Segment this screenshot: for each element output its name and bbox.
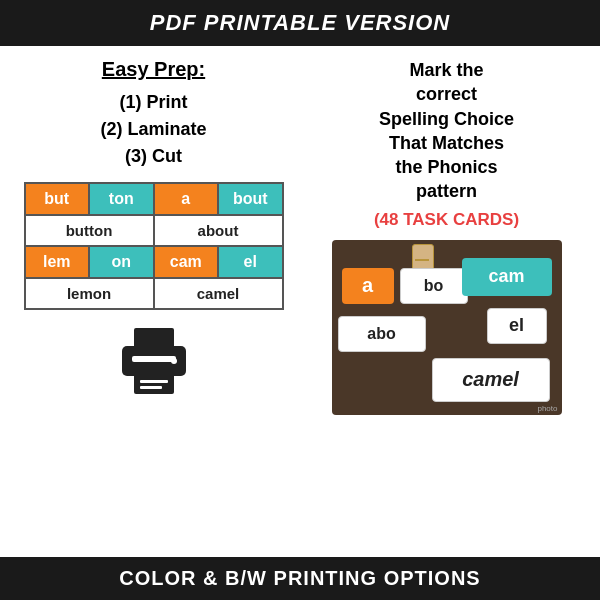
- photo-card-abo: abo: [338, 316, 426, 352]
- cell-on: on: [90, 247, 155, 277]
- page-footer: COLOR & B/W PRINTING OPTIONS: [0, 557, 600, 600]
- grid-row-1: but ton a bout: [26, 184, 282, 216]
- left-panel: Easy Prep: (1) Print(2) Laminate(3) Cut …: [12, 58, 295, 542]
- svg-rect-4: [140, 380, 168, 383]
- cell-a: a: [155, 184, 220, 214]
- photo-small-label: photo: [537, 404, 557, 413]
- cell-bout: bout: [219, 184, 282, 214]
- photo-card-el: el: [487, 308, 547, 344]
- cell-but: but: [26, 184, 91, 214]
- grid-row-3: lem on cam el: [26, 247, 282, 279]
- cell-cam: cam: [155, 247, 220, 277]
- printer-icon: [114, 328, 194, 415]
- easy-prep-steps: (1) Print(2) Laminate(3) Cut: [100, 89, 206, 170]
- cell-about: about: [155, 216, 282, 245]
- footer-text: COLOR & B/W PRINTING OPTIONS: [119, 567, 480, 589]
- page-header: PDF PRINTABLE VERSION: [0, 0, 600, 46]
- cell-camel: camel: [155, 279, 282, 308]
- photo-card-bo: bo: [400, 268, 468, 304]
- photo-card-a: a: [342, 268, 394, 304]
- photo-card-camel: camel: [432, 358, 550, 402]
- header-title: PDF PRINTABLE VERSION: [150, 10, 451, 35]
- cell-el: el: [219, 247, 282, 277]
- grid-row-4: lemon camel: [26, 279, 282, 308]
- svg-point-6: [171, 358, 177, 364]
- photo-card-cam: cam: [462, 258, 552, 296]
- photo-area: a bo cam abo el camel photo: [332, 240, 562, 415]
- grid-row-2: button about: [26, 216, 282, 247]
- cell-button: button: [26, 216, 155, 245]
- right-title: Mark thecorrectSpelling ChoiceThat Match…: [379, 58, 514, 204]
- cell-lemon: lemon: [26, 279, 155, 308]
- svg-rect-2: [132, 356, 176, 362]
- word-grid: but ton a bout button about lem on cam e…: [24, 182, 284, 310]
- task-cards-label: (48 TASK CARDS): [374, 210, 519, 230]
- cell-lem: lem: [26, 247, 91, 277]
- main-content: Easy Prep: (1) Print(2) Laminate(3) Cut …: [0, 46, 600, 542]
- svg-rect-5: [140, 386, 162, 389]
- easy-prep-title: Easy Prep:: [102, 58, 205, 81]
- cell-ton: ton: [90, 184, 155, 214]
- right-panel: Mark thecorrectSpelling ChoiceThat Match…: [305, 58, 588, 542]
